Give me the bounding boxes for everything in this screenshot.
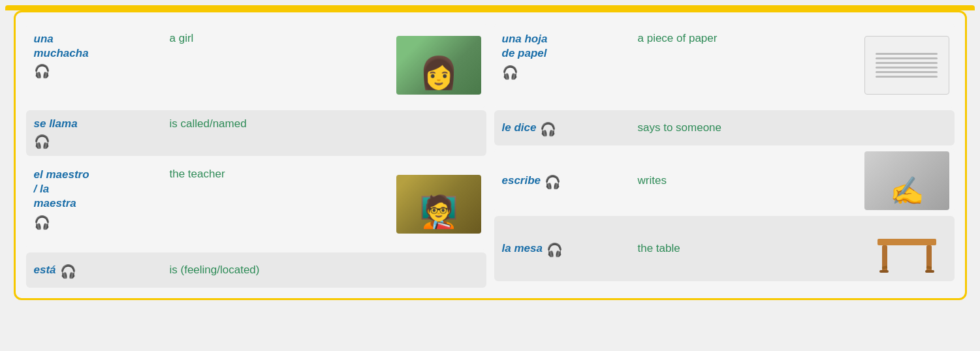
spanish-escribe: escribe 🎧 xyxy=(502,172,633,190)
esta-spanish-row: está 🎧 xyxy=(34,261,165,279)
right-column: una hoja de papel 🎧 a piece of paper xyxy=(494,23,955,288)
paper-line xyxy=(876,62,938,64)
headphone-icon: 🎧 xyxy=(502,65,518,80)
vocab-la-mesa: la mesa 🎧 the table xyxy=(494,216,955,281)
english-esta: is (feeling/located) xyxy=(165,264,479,277)
headphone-icon: 🎧 xyxy=(60,264,76,279)
spanish-una-hoja: una hoja de papel 🎧 xyxy=(502,32,633,80)
vocab-esta: está 🎧 is (feeling/located) xyxy=(26,252,486,288)
paper-line xyxy=(876,57,938,59)
vocab-container: una muchacha 🎧 a girl se llama is called… xyxy=(14,10,967,300)
headphone-icon: 🎧 xyxy=(540,121,556,137)
spanish-la-mesa: la mesa 🎧 xyxy=(502,239,633,258)
spanish-se-llama: se llama xyxy=(34,117,165,131)
audio-una-hoja[interactable]: 🎧 xyxy=(502,65,518,80)
vocab-escribe: escribe 🎧 writes xyxy=(494,148,955,213)
svg-rect-0 xyxy=(877,239,936,245)
vocab-una-hoja: una hoja de papel 🎧 a piece of paper xyxy=(494,23,955,108)
svg-rect-5 xyxy=(879,270,889,273)
spanish-text: escribe xyxy=(502,174,541,188)
audio-esta[interactable]: 🎧 xyxy=(60,264,76,279)
teacher-image xyxy=(396,175,481,234)
spanish-text: el maestro / la maestra xyxy=(34,168,165,211)
audio-escribe[interactable]: 🎧 xyxy=(545,174,561,190)
escribe-row: escribe 🎧 xyxy=(502,172,633,190)
spanish-text: una muchacha xyxy=(34,32,165,61)
audio-se-llama[interactable]: 🎧 xyxy=(34,134,50,149)
svg-rect-6 xyxy=(925,270,934,273)
spanish-text: está xyxy=(34,263,56,277)
paper-line xyxy=(876,71,938,73)
english-le-dice: says to someone xyxy=(633,121,947,134)
spanish-el-maestro: el maestro / la maestra 🎧 xyxy=(34,168,165,230)
audio-le-dice[interactable]: 🎧 xyxy=(540,121,556,137)
left-column: una muchacha 🎧 a girl se llama is called… xyxy=(26,23,486,288)
table-image xyxy=(864,219,949,278)
writing-image xyxy=(864,151,949,210)
spanish-text: se llama xyxy=(34,117,165,131)
table-svg xyxy=(874,226,940,278)
english-se-llama: is called/named xyxy=(165,117,479,130)
vocab-grid: una muchacha 🎧 a girl se llama is called… xyxy=(26,23,955,288)
audio-la-mesa[interactable]: 🎧 xyxy=(546,242,563,258)
headphone-icon: 🎧 xyxy=(34,215,50,230)
vocab-el-maestro: el maestro / la maestra 🎧 the teacher xyxy=(26,159,486,250)
image-la-mesa xyxy=(858,219,949,278)
audio-el-maestro[interactable]: 🎧 xyxy=(34,215,50,230)
se-llama-row: se llama is called/named xyxy=(34,117,479,131)
paper-line xyxy=(876,76,938,78)
paper-image xyxy=(864,36,949,95)
spanish-le-dice: le dice 🎧 xyxy=(502,119,633,137)
image-escribe xyxy=(858,151,949,210)
spanish-text: la mesa xyxy=(502,241,543,256)
headphone-icon: 🎧 xyxy=(545,174,561,190)
spanish-esta: está 🎧 xyxy=(34,261,165,279)
vocab-le-dice: le dice 🎧 says to someone xyxy=(494,110,955,145)
le-dice-row: le dice 🎧 xyxy=(502,119,633,137)
girl-image xyxy=(396,36,481,95)
paper-line xyxy=(876,67,938,69)
spanish-una-muchacha: una muchacha 🎧 xyxy=(34,32,165,79)
image-una-muchacha xyxy=(390,36,481,95)
image-el-maestro xyxy=(390,175,481,234)
top-bar xyxy=(5,5,975,10)
headphone-icon: 🎧 xyxy=(34,63,50,79)
headphone-icon: 🎧 xyxy=(34,134,50,149)
spanish-text: le dice xyxy=(502,121,537,135)
paper-line xyxy=(876,53,938,55)
la-mesa-row: la mesa 🎧 xyxy=(502,239,633,258)
headphone-icon: 🎧 xyxy=(546,242,563,258)
spanish-text: una hoja de papel xyxy=(502,32,633,61)
vocab-se-llama: se llama is called/named 🎧 xyxy=(26,110,486,156)
vocab-una-muchacha: una muchacha 🎧 a girl xyxy=(26,23,486,108)
audio-una-muchacha[interactable]: 🎧 xyxy=(34,63,50,79)
image-una-hoja xyxy=(858,36,949,95)
